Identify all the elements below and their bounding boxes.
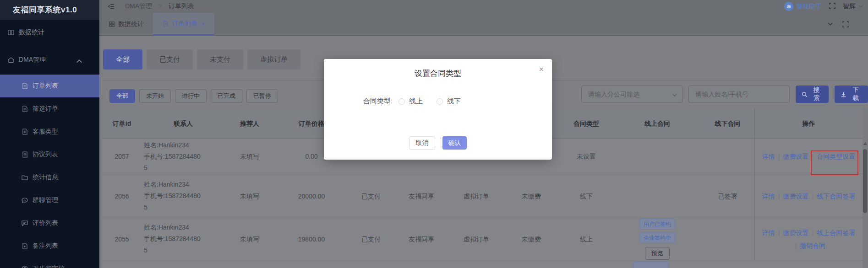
contract-type-radio-group: 线上线下 (399, 97, 475, 106)
filter-button-未开始[interactable]: 未开始 (139, 89, 171, 103)
breadcrumb-separator: > (158, 2, 162, 10)
keyword-input-wrap (688, 86, 789, 103)
doc-icon (162, 21, 169, 27)
preview-button[interactable]: 预览 (645, 247, 670, 260)
radio-circle-icon (399, 98, 405, 105)
column-header-referrer: 推荐人 (224, 108, 275, 139)
status-tag (633, 262, 669, 268)
chat-square-icon (21, 220, 28, 227)
sidebar-item-评价列表[interactable]: 评价列表 (0, 212, 99, 235)
radio-option-线下[interactable]: 线下 (437, 97, 461, 106)
search-icon (802, 91, 808, 97)
search-button[interactable]: 搜索 (796, 86, 829, 103)
breadcrumb-root[interactable]: DMA管理 (125, 2, 152, 10)
sidebar-item-统计信息[interactable]: 统计信息 (0, 166, 99, 189)
doc-plus-icon (21, 242, 28, 250)
download-icon (841, 91, 846, 97)
filter-button-全部[interactable]: 全部 (109, 89, 135, 103)
user-audit-icon (21, 265, 28, 268)
doc-icon (21, 128, 28, 135)
dialog-footer: 取消 确认 (324, 136, 552, 150)
user-name: 智辉 (843, 2, 856, 11)
chevron-down-icon (858, 4, 863, 9)
table-row-2055: 2055姓名:Hankin234手机号:15872844805未填写19800.… (102, 218, 863, 260)
sidebar-item-客服类型[interactable]: 客服类型 (0, 120, 99, 143)
column-header-contact: 联系人 (142, 108, 224, 139)
table-row-partial (102, 260, 863, 268)
user-menu[interactable]: 智辉 (843, 2, 863, 11)
column-header-online: 线上合同 (614, 108, 701, 139)
doc-icon (21, 105, 28, 113)
filter-button-已完成[interactable]: 已完成 (211, 89, 242, 103)
scrollbar-up-arrow[interactable] (863, 142, 867, 145)
book-icon (7, 29, 15, 36)
filter-button-已支付[interactable]: 已支付 (147, 49, 193, 70)
column-header-offline: 线下合同 (701, 108, 754, 139)
action-link-详情[interactable]: 详情 (762, 151, 775, 161)
sidebar-item-备注列表[interactable]: 备注列表 (0, 235, 99, 257)
doc-lines-icon (21, 151, 28, 158)
cancel-button[interactable]: 取消 (409, 136, 435, 150)
filter-button-虚拟订单[interactable]: 虚拟订单 (247, 49, 300, 70)
doc-icon (21, 82, 28, 90)
tab-options-chevron-icon[interactable] (827, 21, 833, 27)
order-list-page: 友福同享系统v1.0 数据统计DMA管理订单列表筛选订单客服类型协议列表统计信息… (0, 0, 868, 268)
column-header-ctype: 合同类型 (559, 108, 614, 139)
action-link-线下合同签署[interactable]: 线下合同签署 (817, 193, 855, 200)
grid-icon (109, 21, 115, 27)
breadcrumb: DMA管理 > 订单列表 (125, 2, 194, 11)
table-scrollbar-thumb[interactable] (863, 149, 867, 213)
confirm-button[interactable]: 确认 (442, 136, 467, 150)
sidebar-menu: 数据统计DMA管理订单列表筛选订单客服类型协议列表统计信息群聊管理评价列表备注列… (0, 20, 99, 268)
filter-button-全部[interactable]: 全部 (103, 49, 142, 70)
tab-fullscreen-icon[interactable] (842, 21, 849, 27)
sidebar: 友福同享系统v1.0 数据统计DMA管理订单列表筛选订单客服类型协议列表统计信息… (0, 0, 99, 268)
action-link-缴费设置[interactable]: 缴费设置 (783, 229, 809, 236)
sidebar-item-筛选订单[interactable]: 筛选订单 (0, 97, 99, 120)
robot-icon (784, 2, 793, 11)
sidebar-item-群聊管理[interactable]: 群聊管理 (0, 189, 99, 212)
action-link-线上合同签署[interactable]: 线上合同签署 (817, 229, 855, 236)
action-link-缴费设置[interactable]: 缴费设置 (783, 193, 809, 200)
radio-option-线上[interactable]: 线上 (399, 97, 423, 106)
table-row-2056: 2056姓名:Hankin234手机号:15872844805未填写20000.… (102, 174, 863, 218)
dialog-close-icon[interactable]: × (539, 65, 544, 73)
tab-bar: 数据统计订单列表× (99, 13, 868, 36)
status-tag: 用户已签约 (639, 219, 675, 230)
sidebar-item-订单列表[interactable]: 订单列表 (0, 75, 99, 97)
sidebar-item-数据统计[interactable]: 数据统计 (0, 20, 99, 45)
action-link-缴费设置[interactable]: 缴费设置 (783, 153, 809, 160)
ai-assistant-button[interactable]: 智能助手 (784, 2, 822, 11)
filter-button-未支付[interactable]: 未支付 (197, 49, 243, 70)
select-chevron-icon (672, 92, 677, 99)
company-select-input[interactable] (582, 86, 682, 102)
action-link-详情[interactable]: 详情 (762, 228, 775, 238)
folder-icon (21, 174, 28, 181)
breadcrumb-current: 订单列表 (169, 2, 194, 10)
dialog-title: 设置合同类型 (324, 68, 552, 79)
company-select[interactable] (581, 86, 682, 103)
home-icon (7, 56, 15, 64)
search-bar: 搜索 下载 (581, 86, 868, 103)
filter-button-已暂停[interactable]: 已暂停 (246, 89, 278, 103)
column-header-id: 订单id (102, 108, 142, 139)
sidebar-item-DMA管理[interactable]: DMA管理 (0, 45, 99, 75)
download-button[interactable]: 下载 (835, 86, 868, 103)
action-link-撤销合同[interactable]: 撤销合同 (800, 242, 825, 249)
set-contract-type-dialog: 设置合同类型 × 合同类型: 线上线下 取消 确认 (324, 59, 552, 160)
annotation-highlight-box (811, 150, 858, 175)
ai-assistant-label: 智能助手 (796, 2, 822, 11)
payment-filter-group: 全部已支付未支付虚拟订单 (103, 49, 300, 70)
tab-订单列表[interactable]: 订单列表× (153, 13, 214, 35)
keyword-input[interactable] (689, 86, 789, 102)
action-link-详情[interactable]: 详情 (762, 191, 775, 201)
tab-数据统计[interactable]: 数据统计 (99, 13, 153, 35)
app-logo: 友福同享系统v1.0 (0, 0, 99, 20)
sidebar-item-万步行审核[interactable]: 万步行审核 (0, 257, 99, 268)
collapse-menu-icon[interactable] (108, 3, 115, 10)
filter-button-进行中[interactable]: 进行中 (175, 89, 207, 103)
chat-round-icon (21, 197, 28, 204)
fullscreen-icon[interactable] (829, 3, 835, 11)
sidebar-item-协议列表[interactable]: 协议列表 (0, 143, 99, 166)
close-tab-icon[interactable]: × (202, 20, 205, 27)
